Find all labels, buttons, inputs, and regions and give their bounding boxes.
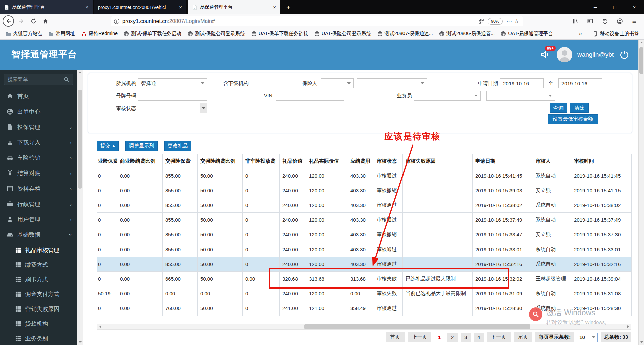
set-min-audit-amount-button[interactable]: 设置最低审核金额 bbox=[548, 114, 598, 124]
bookmark-item[interactable]: UAT-易保通管理平台 bbox=[498, 29, 555, 38]
bookmark-item[interactable]: 测试-保单下载任务启动 bbox=[121, 29, 184, 38]
window-close-icon[interactable]: × bbox=[625, 0, 644, 14]
mobile-bookmarks[interactable]: 移动设备上的书签 bbox=[590, 29, 641, 38]
browser-tab[interactable]: proxy1.countnet.cn:20801/Vehicl× bbox=[94, 0, 186, 14]
clear-button[interactable]: 清除 bbox=[570, 103, 589, 113]
page-size-select[interactable]: 10 bbox=[577, 333, 598, 342]
table-row[interactable]: 00.00855.0050.000240.00120.00403.30审核通过2… bbox=[97, 242, 632, 257]
bookmark-star-icon[interactable]: ☆ bbox=[513, 18, 520, 25]
pagination-page-3[interactable]: 3 bbox=[461, 333, 471, 342]
vin-input[interactable] bbox=[276, 91, 344, 101]
avatar[interactable] bbox=[557, 47, 572, 62]
bookmark-item[interactable]: 常用网址 bbox=[46, 29, 77, 38]
date-to-input[interactable]: 2019-10-16 bbox=[558, 78, 602, 88]
logout-power-icon[interactable] bbox=[619, 49, 630, 60]
sidebar-item-行政管理[interactable]: 行政管理› bbox=[0, 196, 77, 212]
sidebar-item-首页[interactable]: 首页 bbox=[0, 88, 77, 104]
sidebar-subitem-佣金支付方式[interactable]: 佣金支付方式 bbox=[0, 287, 77, 301]
bookmark-item[interactable]: 测试20806-易保通管... bbox=[437, 29, 497, 38]
zoom-level-badge[interactable]: 90% bbox=[488, 18, 503, 25]
qr-scan-icon[interactable] bbox=[478, 18, 485, 25]
username[interactable]: wanglin@ybt bbox=[577, 51, 614, 58]
bookmark-item[interactable]: 火狐官方站点 bbox=[3, 29, 45, 38]
magnifier-tool-icon[interactable] bbox=[529, 307, 542, 321]
sidebar-scroll-down-icon[interactable] bbox=[77, 339, 83, 345]
pagination-page-4[interactable]: 4 bbox=[474, 333, 484, 342]
bookmark-item[interactable]: UAT-保险公司登录系统 bbox=[312, 29, 374, 38]
horizontal-scroll-thumb[interactable] bbox=[304, 324, 530, 329]
include-sub-checkbox[interactable] bbox=[217, 81, 222, 86]
pagination-page-2[interactable]: 2 bbox=[447, 333, 458, 342]
tab-close-icon[interactable]: × bbox=[272, 4, 277, 10]
sidebar-item-基础数据[interactable]: 基础数据› bbox=[0, 227, 77, 243]
table-row[interactable]: 00.00855.0050.000240.00120.00403.30审核通过2… bbox=[97, 198, 632, 213]
salesman-select-2[interactable] bbox=[486, 91, 555, 101]
reload-icon[interactable] bbox=[28, 16, 38, 26]
table-row[interactable]: 00.00855.0050.000240.00120.00403.30审核通过2… bbox=[97, 168, 632, 183]
sidebar-search-input[interactable]: 搜索菜单 bbox=[4, 74, 73, 85]
page-scroll-down-icon[interactable] bbox=[639, 339, 644, 345]
chevron-down-icon[interactable] bbox=[200, 104, 207, 113]
sidebar-subitem-营销失败原因[interactable]: 营销失败原因 bbox=[0, 301, 77, 316]
page-scroll-thumb[interactable] bbox=[639, 47, 643, 74]
sidebar-scroll-up-icon[interactable] bbox=[77, 70, 83, 75]
sidebar-subitem-刷卡方式[interactable]: 刷卡方式 bbox=[0, 272, 77, 287]
sidebar-item-资料存档[interactable]: 资料存档› bbox=[0, 181, 77, 196]
back-icon[interactable] bbox=[3, 15, 14, 27]
insurer-select-1[interactable] bbox=[321, 78, 354, 88]
page-scroll-up-icon[interactable] bbox=[639, 40, 644, 45]
salesman-select-1[interactable] bbox=[414, 91, 481, 101]
pagination-next-button[interactable]: 下一页 bbox=[487, 332, 511, 342]
sidebar-subitem-礼品审核管理[interactable]: 礼品审核管理 bbox=[0, 243, 77, 257]
bookmark-item[interactable]: 测试20807-易保通速... bbox=[375, 29, 435, 38]
table-row[interactable]: 00.00855.0050.000240.00120.00403.30审核通过2… bbox=[97, 213, 632, 227]
date-from-input[interactable]: 2019-10-16 bbox=[500, 78, 544, 88]
sidebar-item-结算对账[interactable]: 结算对账› bbox=[0, 165, 77, 181]
window-maximize-icon[interactable]: □ bbox=[605, 0, 625, 14]
url-text[interactable]: proxy1.countnet.cn:20807/Login/Main# bbox=[122, 18, 478, 24]
org-select[interactable]: 智择通 bbox=[138, 78, 207, 88]
tab-close-icon[interactable]: × bbox=[84, 4, 89, 10]
search-icon[interactable] bbox=[64, 77, 69, 82]
sidebar-subitem-缴费方式[interactable]: 缴费方式 bbox=[0, 257, 77, 272]
menu-hamburger-icon[interactable]: ≡ bbox=[629, 16, 639, 26]
restore-session-icon[interactable] bbox=[600, 16, 610, 26]
sidebar-item-用户管理[interactable]: 用户管理› bbox=[0, 212, 77, 227]
sidebar-item-出单中心[interactable]: 出单中心 bbox=[0, 104, 77, 119]
insurer-select-2[interactable] bbox=[357, 78, 427, 88]
bookmark-item[interactable]: UAT-保单下载任务链接 bbox=[249, 29, 311, 38]
sidebar-item-下载导入[interactable]: 下载导入› bbox=[0, 135, 77, 150]
submit-button[interactable]: 提交 bbox=[97, 141, 119, 151]
bookmark-item[interactable]: 康特Redmine bbox=[79, 29, 120, 38]
pagination-prev-button[interactable]: 上一页 bbox=[408, 332, 431, 342]
sidebar-item-投保管理[interactable]: 投保管理› bbox=[0, 119, 77, 135]
account-icon[interactable] bbox=[614, 16, 625, 26]
audit-status-select[interactable] bbox=[138, 103, 207, 113]
pagination-first-button[interactable]: 首页 bbox=[386, 332, 405, 342]
sidebar-subitem-业务类别[interactable]: 业务类别 bbox=[0, 331, 77, 345]
scroll-right-icon[interactable] bbox=[625, 324, 631, 329]
bookmarks-overflow-icon[interactable]: » bbox=[578, 30, 583, 37]
sidebar-scroll-thumb[interactable] bbox=[78, 90, 82, 189]
table-row[interactable]: 00.00855.0050.000240.00120.00403.30审核撤销2… bbox=[97, 183, 632, 198]
sidebar-subitem-贷款机构[interactable]: 贷款机构 bbox=[0, 316, 77, 331]
sidebar-scrollbar[interactable] bbox=[77, 70, 83, 345]
scroll-left-icon[interactable] bbox=[97, 324, 103, 329]
browser-tab[interactable]: 易保通管理平台× bbox=[188, 0, 280, 14]
adjust-columns-button[interactable]: 调整显示列 bbox=[125, 141, 158, 151]
bookmark-item[interactable]: 测试-保险公司登录系统 bbox=[185, 29, 248, 38]
query-button[interactable]: 查询 bbox=[550, 103, 567, 113]
announcement-icon[interactable]: 99+ bbox=[540, 49, 552, 60]
home-icon[interactable] bbox=[40, 16, 50, 26]
address-bar[interactable]: proxy1.countnet.cn:20807/Login/Main# 90%… bbox=[111, 16, 523, 26]
plate-input[interactable] bbox=[138, 91, 207, 101]
new-tab-button[interactable]: + bbox=[282, 2, 295, 13]
window-minimize-icon[interactable]: ─ bbox=[586, 0, 605, 14]
site-info-icon[interactable] bbox=[114, 18, 120, 24]
page-scrollbar[interactable] bbox=[638, 40, 644, 345]
library-icon[interactable] bbox=[570, 16, 580, 26]
page-actions-icon[interactable]: ⋯ bbox=[505, 18, 513, 25]
table-row[interactable]: 00.00855.0050.000240.00120.00403.30审核撤销2… bbox=[97, 227, 632, 242]
pagination-last-button[interactable]: 尾页 bbox=[514, 332, 532, 342]
sidebars-icon[interactable] bbox=[585, 16, 595, 26]
